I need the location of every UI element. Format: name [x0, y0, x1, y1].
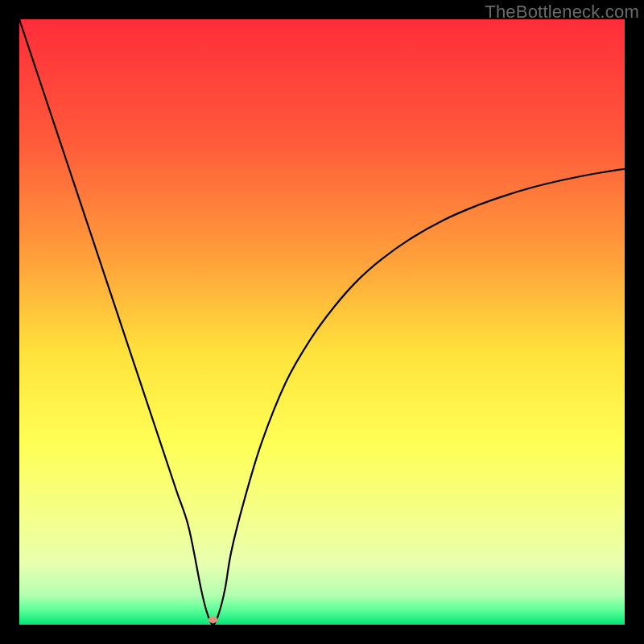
min-point-marker	[208, 617, 218, 623]
chart-frame	[19, 19, 625, 625]
bottleneck-chart	[19, 19, 625, 625]
